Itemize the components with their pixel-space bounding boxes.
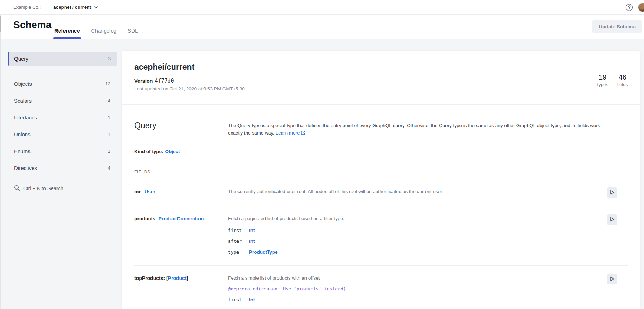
version-label: Version	[134, 78, 153, 84]
tab-label: Changelog	[91, 28, 117, 34]
field-row: products: ProductConnection Fetch a pagi…	[134, 206, 628, 266]
field-detail: Fetch a simple list of products with an …	[228, 275, 628, 302]
sidebar-item-scalars[interactable]: Scalars 4	[8, 92, 117, 109]
field-name: me: User	[134, 188, 228, 195]
field-list: me: User The currently authenticated use…	[134, 179, 628, 309]
kind-label: Kind of type:	[134, 149, 163, 154]
sidebar-item-label: Unions	[14, 131, 31, 137]
type-name: Query	[134, 121, 228, 137]
run-query-button[interactable]	[607, 187, 617, 198]
external-link-icon	[301, 130, 305, 137]
sidebar-item-label: Enums	[14, 148, 31, 154]
learn-more-link[interactable]: Learn more	[276, 130, 300, 136]
field-description: The currently authenticated user root. A…	[228, 188, 600, 195]
scrollbar-thumb[interactable]	[0, 16, 1, 32]
search-hint-label: Ctrl + K to Search	[23, 186, 63, 191]
field-name: products: ProductConnection	[134, 215, 228, 255]
stat-label: fields	[617, 82, 628, 87]
field-type-link[interactable]: User	[145, 189, 155, 194]
last-updated: Last updated on Oct 21, 2020 at 9:53 PM …	[134, 86, 628, 91]
schema-card: acephei/current Version4f77d0 Last updat…	[122, 51, 640, 309]
type-section: Query The Query type is a special type t…	[122, 121, 640, 309]
chevron-down-icon	[94, 5, 98, 10]
page-title: Schema	[13, 19, 52, 30]
fields-section-label: FIELDS	[134, 170, 628, 174]
run-query-button[interactable]	[607, 214, 617, 225]
graph-title: acephei/current	[134, 62, 628, 72]
stat-block: 46 fields	[617, 73, 628, 87]
field-arg-row: after Int	[228, 239, 600, 244]
tabs: Reference Changelog SDL	[53, 15, 139, 39]
kind-of-type-line: Kind of type:Object	[134, 149, 628, 154]
field-detail: Fetch a paginated list of products based…	[228, 215, 628, 255]
tab-changelog[interactable]: Changelog	[90, 28, 118, 39]
left-scrollbar[interactable]	[0, 15, 1, 309]
type-description: The Query type is a special type that de…	[228, 121, 628, 137]
schema-search-trigger[interactable]: Ctrl + K to Search	[8, 181, 117, 195]
stat-value: 19	[597, 73, 608, 81]
help-icon[interactable]	[625, 4, 633, 11]
sidebar-item-count: 4	[108, 98, 110, 103]
sidebar-item-label: Scalars	[14, 98, 32, 104]
sidebar-divider	[14, 177, 111, 177]
field-description: Fetch a paginated list of products based…	[228, 215, 600, 222]
sidebar-item-enums[interactable]: Enums 1	[8, 143, 117, 159]
field-type-bracket: ]	[187, 275, 188, 281]
field-arg-row: first Int	[228, 228, 600, 233]
topbar-right	[625, 3, 644, 12]
stat-value: 46	[617, 73, 628, 81]
arg-type-link[interactable]: Int	[249, 239, 255, 244]
stats: 19 types 46 fields	[597, 73, 628, 87]
field-row: me: User The currently authenticated use…	[134, 179, 628, 206]
kind-value-link[interactable]: Object	[165, 149, 180, 154]
field-type-link[interactable]: ProductConnection	[158, 216, 204, 221]
field-description: Fetch a simple list of products with an …	[228, 275, 600, 282]
play-icon	[610, 190, 615, 196]
sidebar-item-count: 1	[108, 115, 110, 120]
tab-label: Reference	[54, 28, 80, 34]
sidebar-item-count: 12	[105, 81, 110, 87]
topbar: Example Co.: acephei / current	[0, 0, 644, 15]
play-icon	[610, 217, 615, 223]
field-name-label: products:	[134, 216, 157, 221]
version-value: 4f77d0	[155, 78, 174, 84]
field-arg-row: type ProductType	[228, 249, 600, 255]
sidebar-item-label: Objects	[14, 81, 32, 87]
stat-block: 19 types	[597, 73, 608, 87]
sidebar-item-query[interactable]: Query 3	[8, 52, 117, 66]
sidebar-item-interfaces[interactable]: Interfaces 1	[8, 109, 117, 126]
user-avatar[interactable]	[638, 3, 644, 12]
graph-selector-dropdown[interactable]: acephei / current	[53, 5, 98, 10]
sidebar: Query 3 Objects 12 Scalars 4 Interfaces …	[8, 52, 117, 195]
sidebar-item-objects[interactable]: Objects 12	[8, 75, 117, 92]
sidebar-item-unions[interactable]: Unions 1	[8, 126, 117, 143]
sidebar-item-label: Directives	[14, 165, 37, 171]
divider	[122, 104, 640, 105]
sidebar-list: Objects 12 Scalars 4 Interfaces 1 Unions…	[8, 75, 117, 176]
search-icon	[14, 185, 20, 192]
arg-type-link[interactable]: Int	[249, 297, 255, 302]
sidebar-item-directives[interactable]: Directives 4	[8, 159, 117, 176]
arg-type-link[interactable]: ProductType	[249, 249, 278, 255]
sidebar-item-label: Interfaces	[14, 115, 37, 121]
tab-sdl[interactable]: SDL	[127, 28, 139, 39]
field-name-label: topProducts:	[134, 275, 165, 281]
sidebar-item-count: 1	[108, 132, 110, 137]
sidebar-item-count: 4	[108, 165, 110, 171]
field-type-link[interactable]: Product	[168, 275, 187, 281]
run-query-button[interactable]	[607, 274, 617, 284]
arg-name: first	[228, 228, 249, 233]
arg-type-link[interactable]: Int	[249, 228, 255, 233]
update-schema-button[interactable]: Update Schema	[592, 20, 642, 33]
arg-name: after	[228, 239, 249, 244]
tab-reference[interactable]: Reference	[53, 28, 81, 39]
play-icon	[610, 276, 615, 282]
type-header-row: Query The Query type is a special type t…	[134, 121, 628, 137]
org-label: Example Co.:	[13, 5, 41, 10]
field-detail: The currently authenticated user root. A…	[228, 188, 628, 195]
tab-label: SDL	[128, 28, 138, 34]
sidebar-item-count: 3	[108, 56, 111, 61]
field-name: topProducts: [Product]	[134, 275, 228, 302]
field-deprecated-note: @deprecated(reason: Use `products` inste…	[228, 286, 600, 291]
sidebar-item-label: Query	[14, 56, 28, 62]
